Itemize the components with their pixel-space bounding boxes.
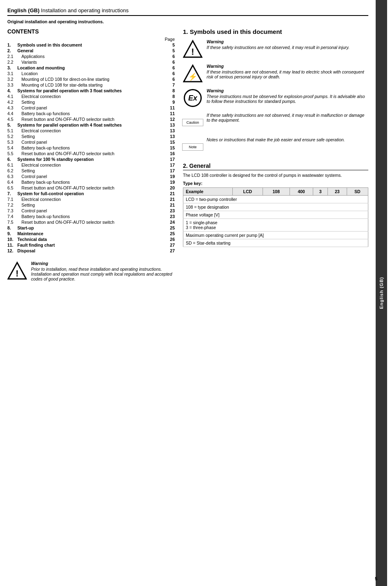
toc-page: 6 [164,53,175,59]
toc-page-header-row: Page [7,36,175,42]
toc-page: 5 [164,48,175,53]
page-header-title: English (GB) Installation and operating … [7,7,129,13]
toc-row: 6.Systems for 100 % standby operation17 [7,156,175,162]
toc-num: 3. [7,65,18,71]
toc-row: 4.Systems for parallel operation with 3 … [7,88,175,94]
type-key-val-1c [327,196,347,203]
toc-title: Start-up [18,225,164,231]
toc-title: Location and mounting [18,65,164,71]
toc-title: Reset button and ON-OFF-AUTO selector sw… [18,116,164,122]
toc-page: 21 [164,196,175,202]
symbol-row-4: Caution If these safety instructions are… [183,113,368,132]
toc-row: 2.General5 [7,48,175,53]
toc-num: 2.2 [7,59,18,65]
toc-row: 4.1Electrical connection8 [7,94,175,99]
type-key-row-6: SD = Star-delta starting [183,239,368,247]
toc-page: 8 [164,94,175,99]
toc-title: Setting [18,99,164,105]
type-key-row-3: Phase voltage [V] [183,211,368,219]
type-key-row-1: LCD = two-pump controller [183,196,368,203]
symbol-title-2: Warning [207,64,368,69]
toc-row: 3.Location and mounting6 [7,65,175,71]
toc-page: 9 [164,99,175,105]
note-box-shape: Note [182,143,203,151]
toc-num: 6.3 [7,174,18,179]
toc-title: Control panel [18,208,164,214]
toc-page: 25 [164,225,175,231]
warning-triangle-svg: ! [7,261,27,281]
toc-page: 21 [164,191,175,196]
toc-page: 23 [164,214,175,219]
toc-num: 2. [7,48,18,53]
toc-title: Mounting of LCD 108 for star-delta start… [18,82,164,88]
toc-title: Location [18,71,164,76]
type-key-val-1a [290,196,313,203]
header-title-rest: Installation and operating instructions [40,7,129,13]
symbol-body-3: These instructions must be observed for … [207,94,368,104]
right-column: 1. Symbols used in this document ! Warni… [183,28,368,281]
toc-title: Setting [18,168,164,174]
type-key-val-3a [313,211,328,219]
type-key-val-2b [313,203,328,211]
type-key-label-5: Maximum operating current per pump [A] [183,232,347,239]
svg-text:!: ! [16,268,18,279]
warning-triangle-icon: ! [183,39,203,59]
symbol-title-1: Warning [207,39,368,44]
toc-page: 12 [164,116,175,122]
symbol-body-4: If these safety instructions are not obs… [207,113,368,123]
toc-title: Mounting of LCD 108 for direct-on-line s… [18,76,164,82]
toc-title: Battery back-up functions [18,111,164,116]
symbol-body-5: Notes or instructions that make the job … [207,137,368,142]
toc-title: System for full-control operation [18,191,164,196]
toc-page: 11 [164,111,175,116]
toc-page: 21 [164,202,175,208]
toc-title: Reset button and ON-OFF-AUTO selector sw… [18,151,164,156]
note-box-icon: Note [183,137,203,157]
toc-row: 2.2Variants6 [7,59,175,65]
type-key-val-1b [313,196,328,203]
toc-page: 13 [164,134,175,139]
toc-title: Systems for parallel operation with 4 fl… [18,122,164,128]
toc-title: Variants [18,59,164,65]
toc-num: 9. [7,231,18,236]
type-key-label: Type key: [183,181,368,186]
toc-title: Setting [18,134,164,139]
toc-page: 6 [164,59,175,65]
symbol-row-5: Note Notes or instructions that make the… [183,137,368,157]
toc-page: 7 [164,82,175,88]
th-lcd: LCD [232,188,263,196]
general-section: 2. General The LCD 108 controller is des… [183,163,368,247]
type-key-row-2: 108 = type designation [183,203,368,211]
toc-row: 6.3Control panel19 [7,174,175,179]
toc-row: 7.3Control panel23 [7,208,175,214]
toc-page: 15 [164,145,175,151]
toc-num: 8. [7,225,18,231]
toc-num: 5.2 [7,134,18,139]
toc-page: 17 [164,168,175,174]
toc-num: 10. [7,236,18,242]
th-400: 400 [290,188,313,196]
toc-title: Battery back-up functions [18,214,164,219]
toc-row: 5.4Battery back-up functions15 [7,145,175,151]
toc-page: 19 [164,179,175,185]
toc-num: 4.3 [7,105,18,111]
type-key-label-4: 1 = single-phase3 = three-phase [183,219,313,232]
toc-page: 24 [164,219,175,225]
type-key-header-row: Example LCD 108 400 3 23 SD [183,188,368,196]
toc-num: 4.1 [7,94,18,99]
page-number: 5 [375,576,377,581]
toc-num: 6.2 [7,168,18,174]
toc-row: 2.1Applications6 [7,53,175,59]
toc-num: 6.4 [7,179,18,185]
caution-box-icon: Caution [183,113,203,132]
toc-title: Battery back-up functions [18,145,164,151]
symbols-section-title: 1. Symbols used in this document [183,28,368,35]
toc-title: Reset button and ON-OFF-AUTO selector sw… [18,219,164,225]
toc-row: 7.1Electrical connection21 [7,196,175,202]
ex-circle-shape: Ex [184,89,202,107]
toc-page: 16 [164,151,175,156]
svg-text:⚡: ⚡ [188,72,198,81]
type-key-val-2d [347,203,368,211]
warning-lightning-icon: ⚡ [183,64,203,83]
symbol-desc-5: Notes or instructions that make the job … [207,137,368,142]
